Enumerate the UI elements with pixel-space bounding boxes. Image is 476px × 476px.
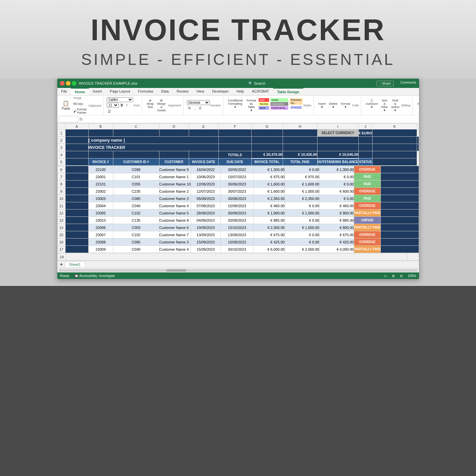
customer-name[interactable]: Customer Name 9 [159,166,191,173]
tab-formulas[interactable]: Formulas [134,88,157,95]
total-paid[interactable]: € 0.00 [285,202,319,210]
invoice-date[interactable]: 13/09/2023 [191,231,220,238]
invoice-num[interactable]: 23006 [88,224,113,231]
tab-file[interactable]: File [57,88,71,95]
col-header-j[interactable]: J [358,124,372,129]
invoice-num[interactable]: 23004 [88,202,113,210]
total-paid[interactable]: € 1,500.00 [285,224,319,231]
cell-a4[interactable] [65,151,88,158]
company-name-cell[interactable]: [ company name ] [88,137,218,144]
invoice-total[interactable]: € 460.00 [253,202,285,210]
col-header-b[interactable]: B [88,124,113,129]
format-button[interactable]: Format▼ [340,101,352,109]
customer-name[interactable]: Customer Name 7 [159,231,191,238]
comments-button[interactable]: Comments [400,81,416,86]
comma-button[interactable]: , [193,106,196,111]
status-badge[interactable]: OVERDUE [354,231,380,238]
cell-a5[interactable] [65,158,88,166]
number-format-select[interactable]: General [187,100,210,105]
formula-input[interactable]: Customer Name 2 [84,117,418,121]
due-date[interactable]: 30/09/2023 [220,210,253,217]
cell-reference-input[interactable]: D09 [59,116,78,122]
view-normal-icon[interactable]: ▭ [384,274,387,278]
customer-id[interactable]: C135 [113,217,159,224]
status-badge[interactable]: PARTIALLY PAID [354,224,380,231]
cell-g3[interactable] [283,144,317,151]
customer-name[interactable]: Customer Name 10 [159,181,191,188]
outstanding-balance[interactable]: € 425.00 [319,238,354,246]
outstanding-balance[interactable]: € 1,300.00 [319,166,354,173]
due-date[interactable]: 20/09/2023 [220,217,253,224]
add-sheet-button[interactable]: + [59,262,64,267]
cell-f2[interactable] [251,137,283,144]
tab-data[interactable]: Data [157,88,173,95]
customer-name[interactable]: Customer Name 5 [159,210,191,217]
sort-filter-button[interactable]: Sort &Filter ▼ [380,98,389,113]
status-badge[interactable]: PARTIALLY PAID [354,210,380,217]
col-header-a[interactable]: A [65,124,88,129]
invoice-total[interactable]: € 2,350.00 [253,195,285,202]
cell-a2[interactable] [65,137,88,144]
cell-a11[interactable] [65,202,88,210]
tab-table-design[interactable]: Table Design [273,88,303,95]
cell-a14[interactable] [65,224,88,231]
font-family-select[interactable]: Calibri [107,97,133,102]
cell-e2[interactable] [218,137,251,144]
customer-id[interactable]: C101 [113,173,159,181]
customer-id[interactable]: C102 [113,231,159,238]
invoice-date[interactable]: 07/08/2023 [191,202,220,210]
invoice-date[interactable]: 10/06/2023 [191,173,220,181]
due-date[interactable]: 15/10/2023 [220,224,253,231]
due-date[interactable]: 30/07/2023 [220,188,253,195]
invoice-date[interactable]: 16/04/2022 [191,166,220,173]
cell-f3[interactable] [251,144,283,151]
conditional-format-button[interactable]: ConditionalFormatting ▼ [227,98,244,109]
status-badge[interactable]: OVERDUE [354,188,380,195]
invoice-total[interactable]: € 1,900.00 [253,210,285,217]
invoice-total[interactable]: € 975.00 [253,173,285,181]
outstanding-balance[interactable]: € 0.00 [319,173,354,181]
delete-button[interactable]: Delete▼ [328,101,339,109]
cell-b4[interactable] [88,151,113,158]
outstanding-balance[interactable]: € 4,000.00 [319,246,354,253]
percent-button[interactable]: % [187,106,192,111]
customer-id[interactable]: C040 [113,246,159,253]
cell-a15[interactable] [65,231,88,238]
col-header-g[interactable]: G [251,124,283,129]
euro-display[interactable]: € EURO [358,129,372,137]
col-header-c[interactable]: C [113,124,159,129]
due-date[interactable]: 15/09/2023 [220,202,253,210]
total-paid[interactable]: € 1,000.00 [285,210,319,217]
cell-g1[interactable] [251,129,283,137]
cell-d4[interactable] [159,151,189,158]
due-date[interactable]: 30/10/2023 [220,246,253,253]
status-badge[interactable]: OVERDUE [354,202,380,210]
status-badge[interactable]: PAID [354,181,380,188]
outstanding-balance[interactable]: € 600.00 [319,188,354,195]
tab-developer[interactable]: Developer [208,88,233,95]
invoice-num[interactable]: 23009 [88,246,113,253]
close-icon[interactable] [60,81,65,86]
spreadsheet-container[interactable]: A B C D E F G H I J K 1 [57,123,419,261]
col-header-d[interactable]: D [159,124,189,129]
maximize-icon[interactable] [72,81,76,86]
customer-name[interactable]: Customer Name 2 [159,188,191,195]
customer-id[interactable]: C085 [113,195,159,202]
invoice-date[interactable]: 12/07/2023 [191,188,220,195]
outstanding-balance[interactable]: € 460.00 [319,202,354,210]
invoice-date[interactable]: 15/09/2023 [191,238,220,246]
outstanding-balance[interactable]: € 675.00 [319,231,354,238]
format-painter-button[interactable]: 🖌Format Painter [72,107,88,115]
cell-j3[interactable] [372,144,417,151]
col-header-i[interactable]: I [317,124,358,129]
cell-i3[interactable] [358,144,372,151]
cell-a8[interactable] [65,181,88,188]
cut-button[interactable]: ✂Cut [72,96,88,100]
tab-insert[interactable]: Insert [89,88,106,95]
bold-button[interactable]: B [119,103,124,108]
customer-name[interactable]: Customer Name 6 [159,224,191,231]
invoice-num[interactable]: 23001 [88,173,113,181]
due-date[interactable]: 30/08/2023 [220,195,253,202]
cell-a16[interactable] [65,238,88,246]
paste-button[interactable]: 📋Paste [61,99,72,111]
